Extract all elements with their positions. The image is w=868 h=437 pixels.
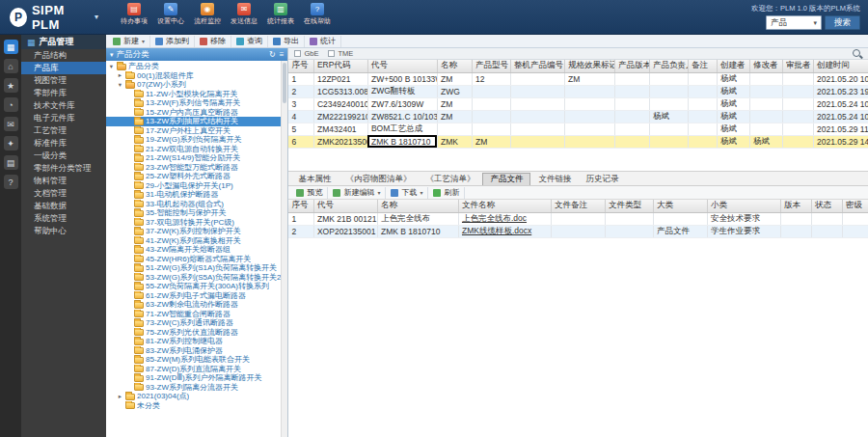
tree-node[interactable]: 33-电机起动器(组合式) xyxy=(106,200,281,209)
search-category-select[interactable]: 产品 ▾ xyxy=(766,15,822,30)
sidebar-item[interactable]: 文档管理 xyxy=(21,187,106,200)
toolbar-button[interactable]: 新建▾ xyxy=(108,36,150,47)
topbar-tool-monitor[interactable]: ◉流程监控 xyxy=(189,3,226,26)
tree-node[interactable]: 35-智能控制与保护开关 xyxy=(106,208,281,218)
sidebar-header[interactable]: ▦ 产品管理 xyxy=(21,35,106,49)
filter-option[interactable]: TME xyxy=(328,49,353,58)
column-header[interactable]: 序号 xyxy=(288,60,313,72)
tree-node[interactable]: 87-ZW(D)系列直流隔离开关 xyxy=(106,365,281,374)
sidebar-item[interactable]: 电子元件库 xyxy=(21,112,106,124)
sidebar-item[interactable]: 一级分类 xyxy=(21,150,106,162)
column-header[interactable]: 产品型号 xyxy=(472,60,510,72)
table-row[interactable]: 21CG5313.008.12..ZWG翻转板ZWG杨斌2021.05.23 1… xyxy=(288,85,868,97)
tree-node[interactable]: 93-ZW系列隔离分流器开关 xyxy=(106,383,281,393)
tree-scrollbar[interactable] xyxy=(281,61,287,437)
app-logo[interactable]: P SIPM PLM ▾ xyxy=(0,3,108,32)
toolbar-button[interactable]: 导出 xyxy=(268,36,305,47)
tree-node[interactable]: 75-ZW系列光伏直流断路器 xyxy=(106,328,281,338)
tree-node[interactable]: 37-双电源转换开关(PC级) xyxy=(106,218,281,228)
toolbar-button[interactable]: 预览 xyxy=(291,187,328,199)
column-header[interactable]: 小类 xyxy=(707,200,780,212)
tree-node[interactable]: 17-ZW户外柱上真空开关 xyxy=(106,126,281,136)
tree-node[interactable]: 73-ZW(C)系列通讯断路器 xyxy=(106,318,281,328)
tree-node[interactable]: ▸00(1)混装组件库 xyxy=(106,71,281,81)
toolbar-button[interactable]: 新建编辑▾ xyxy=(328,187,386,199)
sidebar-item[interactable]: 基础数据 xyxy=(21,200,106,212)
tab-0[interactable]: 基本属性 xyxy=(291,173,338,185)
tree-node[interactable]: ▸2021(03)04(点) xyxy=(106,392,281,401)
tree-node[interactable]: 31-电动机保护断路器 xyxy=(106,190,281,200)
book-icon[interactable]: ▤ xyxy=(4,155,18,170)
filter-option[interactable]: GbE xyxy=(294,49,318,58)
tree-node[interactable]: 19-ZW(G)系列负荷隔离开关 xyxy=(106,135,281,145)
tree-node[interactable]: 11-ZW小型模块化隔离开关 xyxy=(106,90,281,99)
column-header[interactable]: 版本 xyxy=(780,200,811,212)
tab-1[interactable]: 《内容物图清单》 xyxy=(339,173,418,185)
toolbar-button[interactable]: 统计 xyxy=(305,36,341,47)
tree-node[interactable]: 53-ZW(G)系列(S5A)负荷隔离转换开关2 xyxy=(106,273,281,283)
column-header[interactable]: 审批者 xyxy=(782,60,813,72)
column-header[interactable]: 文件类型 xyxy=(605,200,653,212)
tree-node[interactable]: 85-ZW(M)系列电能表联合开关 xyxy=(106,355,281,365)
mail-icon[interactable]: ✉ xyxy=(4,117,18,131)
tree-node[interactable]: 21-ZW双电源自动转换开关 xyxy=(106,145,281,154)
tree-node[interactable]: 37-ZW(K)系列控制保护开关 xyxy=(106,227,281,236)
toolbar-button[interactable]: 添加到 xyxy=(150,36,195,47)
column-header[interactable]: 文件名称 xyxy=(458,200,551,212)
column-header[interactable]: 整机产品编号 xyxy=(510,60,564,72)
menu-icon[interactable]: ≡ xyxy=(280,50,285,59)
table-row[interactable]: 2XOP202135001ZMK B 1810710ZMK线缆样板.docx产品… xyxy=(288,225,868,237)
home-icon[interactable]: ⌂ xyxy=(4,59,18,73)
column-header[interactable]: 序号 xyxy=(288,200,313,212)
sidebar-item[interactable]: 视图管理 xyxy=(21,74,106,87)
sidebar-item[interactable]: 技术文件库 xyxy=(21,99,106,112)
column-header[interactable]: 大类 xyxy=(653,200,707,212)
column-header[interactable]: 备注 xyxy=(688,60,717,72)
tab-4[interactable]: 文件链接 xyxy=(531,173,578,185)
sidebar-item[interactable]: 系统管理 xyxy=(21,212,106,225)
tree-node[interactable]: ▾产品分类 xyxy=(106,62,281,71)
sidebar-item[interactable]: 零部件库 xyxy=(21,87,106,99)
refresh-icon[interactable]: ↻ xyxy=(269,50,276,59)
column-header[interactable]: 创建时间 xyxy=(813,60,868,72)
table-row[interactable]: 4ZM22219921001ZW8521.C 10/103ZM杨斌杨斌2021.… xyxy=(288,110,868,123)
tree-node[interactable]: 13-ZW(F)系列信号隔离开关 xyxy=(106,98,281,108)
tree-node[interactable]: 51-ZW(G)系列(S1A)负荷隔离转换开关 xyxy=(106,263,281,273)
column-header[interactable]: 产品负责人 xyxy=(649,60,688,72)
tree-node[interactable]: 43-ZW隔离开关熔断器组 xyxy=(106,245,281,255)
tree-node[interactable]: 25-ZW塑料外壳式断路器 xyxy=(106,172,281,181)
tree-node[interactable]: 81-ZW系列控制继电器 xyxy=(106,337,281,346)
tree-node[interactable]: 55-ZW负荷隔离开关(300A)转换系列 xyxy=(106,282,281,291)
topbar-tool-report[interactable]: ▥统计报表 xyxy=(262,3,299,26)
search-button[interactable]: 搜索 xyxy=(825,15,860,30)
scrollbar-thumb[interactable] xyxy=(283,63,286,103)
column-header[interactable]: ERP代码 xyxy=(313,60,367,72)
column-header[interactable]: 名称 xyxy=(437,60,472,72)
search-icon[interactable] xyxy=(852,48,862,59)
tree-node[interactable]: 45-ZW(HR6)熔断器式隔离开关 xyxy=(106,255,281,264)
table-row[interactable]: 6ZMK202135001ZMK B 1810710ZMKZM杨斌杨斌2021.… xyxy=(288,135,868,148)
tree-node[interactable]: 29-小型漏电保护开关(1P) xyxy=(106,181,281,191)
toolbar-button[interactable]: 下载▾ xyxy=(386,187,428,199)
tree-node[interactable]: ▾07(ZW)小系列 xyxy=(106,80,281,90)
table-row[interactable]: 5ZM432401BOM工艺总成杨斌2021.05.29 11:36 xyxy=(288,123,868,135)
tree-node[interactable]: 71-ZW智能重合闸断路器 xyxy=(106,310,281,319)
column-header[interactable]: 代号 xyxy=(367,60,437,72)
toolbar-button[interactable]: 刷新 xyxy=(428,187,465,199)
tree-node[interactable]: 15-ZW户内高压真空断路器 xyxy=(106,108,281,118)
sidebar-item[interactable]: 物料管理 xyxy=(21,175,106,187)
topbar-tool-todo[interactable]: ▤待办事项 xyxy=(116,3,152,26)
column-header[interactable]: 规格效果标记 xyxy=(564,60,614,72)
tree-node[interactable]: 61-ZW系列电子式漏电断路器 xyxy=(106,291,281,301)
tree-node[interactable]: 13-ZW系列抽屉式结构开关 xyxy=(106,117,281,126)
toolbar-button[interactable]: 查询 xyxy=(231,36,268,47)
tree-node[interactable]: 63-ZW剩余电流动作断路器 xyxy=(106,300,281,310)
sidebar-item[interactable]: 标准件库 xyxy=(21,137,106,150)
column-header[interactable]: 文件备注 xyxy=(551,200,605,212)
star-icon[interactable]: ★ xyxy=(4,78,18,93)
column-header[interactable]: 密级 xyxy=(842,200,868,212)
topbar-tool-help[interactable]: ?在线帮助 xyxy=(299,3,336,26)
tree-node[interactable]: 21-ZW(S14/9)智能分励开关 xyxy=(106,153,281,163)
sidebar-item[interactable]: 产品结构 xyxy=(21,49,106,62)
help-icon[interactable]: ? xyxy=(4,175,18,189)
